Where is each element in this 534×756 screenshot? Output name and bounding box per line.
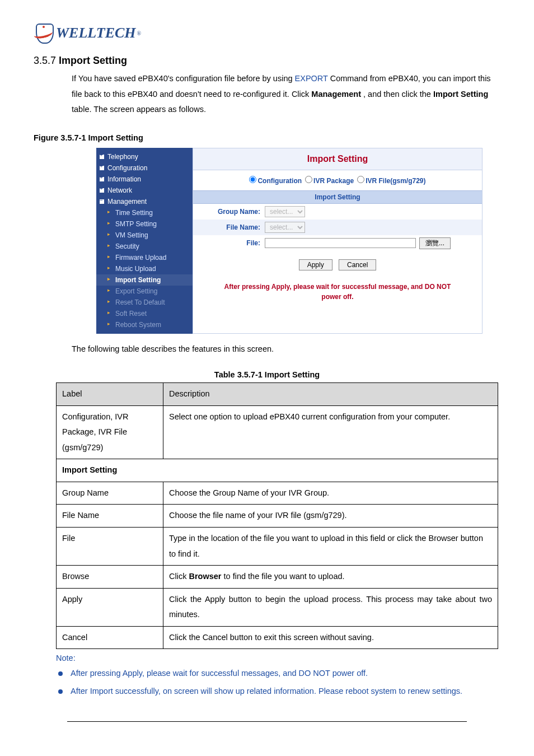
sidebar-item-information[interactable]: Information [96,174,193,185]
cell-label: Apply [57,588,163,626]
radio-ivr-package[interactable]: IVR Package [305,176,354,185]
radio-options-row: Configuration IVR Package IVR File(gsm/g… [193,170,482,190]
note-label: Note: [56,654,500,662]
sidebar-item-configuration[interactable]: Configuration [96,162,193,174]
cell-label: File [57,528,163,566]
radio-configuration-input[interactable] [249,176,256,183]
cell-desc: Click Browser to find the file you want … [163,566,498,589]
intro-text-4: table. The screen appears as follows. [72,105,206,114]
cell-desc: Choose the file name of your IVR file (g… [163,505,498,528]
radio-ivr-file-label: IVR File(gsm/g729) [366,177,425,185]
sidebar-sub-export-setting[interactable]: Export Setting [96,286,193,297]
sidebar-sub-security[interactable]: Secutity [96,241,193,252]
file-input[interactable] [265,238,416,248]
sidebar-sub-import-setting[interactable]: Import Setting [96,274,193,286]
file-label: File: [199,239,265,247]
sidebar-sub-music-upload[interactable]: Music Upload [96,263,193,274]
browse-button[interactable]: 瀏覽... [419,237,451,249]
table-row: Import Setting [57,459,498,482]
radio-ivr-package-input[interactable] [305,176,312,183]
import-setting-header: Import Setting [193,190,482,204]
sidebar-sub-reset-to-default[interactable]: Reset To Default [96,297,193,308]
logo-text: WELLTECH [56,25,136,41]
export-link-text: EXPORT [295,74,328,83]
panel-title: Import Setting [193,148,482,170]
cell-desc: Choose the Group Name of your IVR Group. [163,482,498,505]
app-screenshot: Telephony Configuration Information Netw… [96,148,483,334]
sidebar: Telephony Configuration Information Netw… [96,148,193,334]
sidebar-item-management[interactable]: Management [96,196,193,207]
sidebar-sub-soft-reset[interactable]: Soft Reset [96,308,193,319]
sidebar-sub-vm-setting[interactable]: VM Setting [96,230,193,241]
cell-label: File Name [57,505,163,528]
logo-mark-icon [34,22,55,44]
sidebar-sub-smtp-setting[interactable]: SMTP Setting [96,218,193,230]
apply-button[interactable]: Apply [299,259,332,270]
intro-text-1: If You have saved ePBX40's configuration… [72,74,295,83]
table-header-description: Description [163,383,498,406]
table-row: Cancel Click the Cancel button to exit t… [57,626,498,649]
intro-text-3: , and then click the [363,90,433,99]
section-number: 3.5.7 [34,55,56,66]
warning-text: After pressing Apply, please wait for su… [193,278,482,311]
section-title-text: Import Setting [59,55,127,66]
table-row: Group Name Choose the Group Name of your… [57,482,498,505]
file-name-row: File Name: select... [193,220,482,235]
radio-ivr-file[interactable]: IVR File(gsm/g729) [357,176,425,185]
warning-line-2: power off. [321,293,353,301]
intro-bold-import: Import Setting [433,90,488,99]
radio-ivr-file-input[interactable] [357,176,364,183]
sidebar-sub-time-setting[interactable]: Time Setting [96,207,193,218]
cell-desc: Click the Cancel button to exit this scr… [163,626,498,649]
description-table: Label Description Configuration, IVR Pac… [56,382,498,649]
bullet-item: After pressing Apply, please wait for su… [56,666,500,682]
radio-configuration-label: Configuration [257,177,302,185]
file-name-label: File Name: [199,223,265,231]
cell-label: Group Name [57,482,163,505]
sidebar-item-network[interactable]: Network [96,185,193,196]
cell-span: Import Setting [57,459,498,482]
file-row: File: 瀏覽... [193,235,482,251]
radio-configuration[interactable]: Configuration [249,176,302,185]
sidebar-sub-firmware-upload[interactable]: Firmware Upload [96,252,193,263]
group-name-label: Group Name: [199,208,265,216]
radio-ivr-package-label: IVR Package [313,177,354,185]
cell-desc-post: to find the file you want to upload. [221,572,344,581]
post-figure-text: The following table describes the featur… [72,342,500,357]
cell-desc-pre: Click [169,572,189,581]
file-name-select[interactable]: select... [265,222,305,233]
table-row: File Type in the location of the file yo… [57,528,498,566]
section-heading: 3.5.7 Import Setting [34,55,500,67]
figure-caption: Figure 3.5.7-1 Import Setting [34,133,500,142]
table-caption: Table 3.5.7-1 Import Setting [34,370,500,379]
main-panel: Import Setting Configuration IVR Package… [193,148,483,334]
group-name-row: Group Name: select... [193,204,482,220]
bullet-item: After Import successfully, on screen wil… [56,684,500,699]
cell-desc-bold: Browser [189,572,221,581]
intro-bold-management: Management [311,90,361,99]
table-row: Configuration, IVR Package, IVR File (gs… [57,405,498,459]
table-row: Browse Click Browser to find the file yo… [57,566,498,589]
table-row: Apply Click the Apply button to begin th… [57,588,498,626]
warning-line-1: After pressing Apply, please wait for su… [224,283,451,291]
brand-logo: WELLTECH ® [34,22,500,44]
cell-label: Configuration, IVR Package, IVR File (gs… [57,405,163,459]
sidebar-item-telephony[interactable]: Telephony [96,151,193,162]
cell-label: Cancel [57,626,163,649]
cell-label: Browse [57,566,163,589]
cell-desc: Type in the location of the file you wan… [163,528,498,566]
table-header-label: Label [57,383,163,406]
cell-desc: Select one option to upload ePBX40 curre… [163,405,498,459]
cancel-button[interactable]: Cancel [339,259,376,270]
intro-paragraph: If You have saved ePBX40's configuration… [72,71,500,118]
note-bullets: After pressing Apply, please wait for su… [56,666,500,699]
button-row: Apply Cancel [193,251,482,278]
group-name-select[interactable]: select... [265,206,305,217]
registered-icon: ® [137,30,142,36]
table-row: File Name Choose the file name of your I… [57,505,498,528]
footer-rule [67,721,467,722]
cell-desc: Click the Apply button to begin the uplo… [163,588,498,626]
sidebar-sub-reboot-system[interactable]: Reboot System [96,319,193,330]
